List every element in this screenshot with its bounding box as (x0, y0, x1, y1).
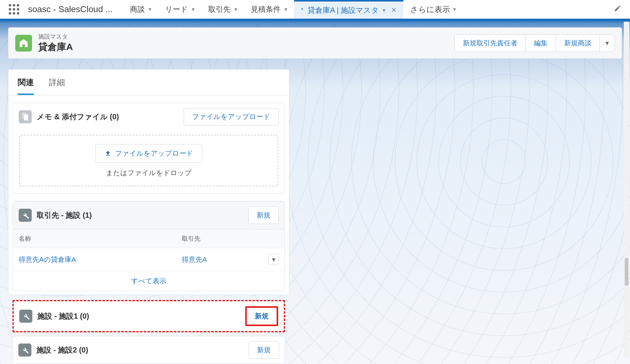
nav-tab-account[interactable]: 取引先 ▾ (201, 0, 244, 19)
facility2-title: 施設 - 施設2 (0) (36, 345, 88, 355)
account-facility-card: 取引先 - 施設 (1) 新規 名称 取引先 (13, 201, 285, 291)
view-all-link[interactable]: すべて表示 (131, 277, 166, 285)
record-tabs: 関連 詳細 (8, 70, 289, 95)
close-tab-icon[interactable]: ✕ (391, 6, 397, 14)
nav-tab-label: 商談 (130, 4, 145, 14)
row-name-link[interactable]: 得意先Aの貸倉庫A (19, 256, 76, 263)
facility1-callout: 施設 - 施設1 (0) 新規 (12, 300, 285, 332)
global-nav: soasc - SalesCloud ... 商談 ▾ リード ▾ 取引先 ▾ … (0, 0, 630, 20)
edit-nav-icon[interactable] (614, 5, 621, 14)
attachment-icon (19, 110, 32, 123)
nav-tab-quote[interactable]: 見積条件 ▾ (244, 0, 294, 19)
col-name: 名称 (13, 230, 176, 248)
edit-button[interactable]: 編集 (526, 34, 556, 52)
more-tabs[interactable]: さらに表示 ▾ (403, 0, 463, 19)
nav-tab-label: 見積条件 (251, 4, 281, 14)
upload-file-inner-label: ファイルをアップロード (115, 149, 193, 158)
chevron-down-icon[interactable]: ▾ (149, 6, 151, 13)
app-launcher-icon[interactable] (9, 4, 19, 15)
new-opportunity-button[interactable]: 新規商談 (556, 34, 600, 52)
new-contact-button[interactable]: 新規取引先責任者 (454, 34, 526, 52)
new-account-facility-button[interactable]: 新規 (248, 207, 279, 224)
chevron-down-icon[interactable]: ▾ (383, 7, 385, 14)
more-actions-button[interactable]: ▾ (600, 34, 615, 52)
upload-file-button[interactable]: ファイルをアップロード (184, 108, 279, 125)
chevron-down-icon[interactable]: ▾ (192, 6, 195, 13)
row-account-link[interactable]: 得意先A (182, 256, 207, 263)
nav-tab-lead[interactable]: リード ▾ (158, 0, 201, 19)
wrench-icon (18, 344, 31, 357)
chevron-down-icon[interactable]: ▾ (453, 6, 456, 13)
record-title: 貸倉庫A (38, 41, 73, 53)
nav-tab-active-record[interactable]: 貸倉庫A | 施設マスタ ▾ ✕ (294, 0, 403, 19)
chevron-down-icon[interactable]: ▾ (284, 6, 287, 13)
attachments-title: メモ & 添付ファイル (0) (37, 112, 119, 122)
record-header: 施設マスタ 貸倉庫A 新規取引先責任者 編集 新規商談 ▾ (8, 27, 622, 59)
wrench-icon (19, 209, 32, 222)
dropzone-hint: またはファイルをドロップ (20, 168, 278, 178)
new-facility1-button[interactable]: 新規 (245, 306, 278, 326)
table-row: 得意先Aの貸倉庫A 得意先A ▾ (13, 248, 284, 271)
object-kind-label: 施設マスタ (38, 33, 73, 41)
tab-details[interactable]: 詳細 (49, 77, 65, 95)
facility-object-icon (15, 35, 32, 52)
account-facility-table: 名称 取引先 得意先Aの貸倉庫A 得意先A ▾ (13, 229, 284, 271)
file-dropzone[interactable]: ファイルをアップロード またはファイルをドロップ (19, 135, 278, 186)
upload-icon (104, 150, 111, 157)
scrollbar[interactable] (624, 22, 629, 357)
new-facility2-button[interactable]: 新規 (249, 341, 279, 359)
chevron-down-icon[interactable]: ▾ (234, 6, 237, 13)
nav-tab-label: 取引先 (208, 4, 231, 14)
col-account: 取引先 (176, 230, 263, 248)
header-actions: 新規取引先責任者 編集 新規商談 ▾ (454, 34, 615, 52)
row-actions-menu[interactable]: ▾ (268, 254, 279, 265)
tab-related[interactable]: 関連 (18, 77, 34, 95)
account-facility-title: 取引先 - 施設 (1) (37, 210, 92, 220)
facility2-card: 施設 - 施設2 (0) 新規 (12, 336, 285, 364)
facility1-title: 施設 - 施設1 (0) (37, 311, 89, 321)
nav-tab-opportunity[interactable]: 商談 ▾ (123, 0, 158, 19)
nav-tab-label: 貸倉庫A | 施設マスタ (308, 5, 379, 15)
nav-tab-label: リード (165, 4, 188, 14)
upload-file-inner-button[interactable]: ファイルをアップロード (95, 144, 202, 163)
app-name: soasc - SalesCloud ... (28, 4, 113, 14)
wrench-icon (19, 310, 32, 323)
more-tabs-label: さらに表示 (410, 4, 450, 15)
notes-attachments-card: メモ & 添付ファイル (0) ファイルをアップロード ファイルをアップロード … (13, 103, 285, 193)
